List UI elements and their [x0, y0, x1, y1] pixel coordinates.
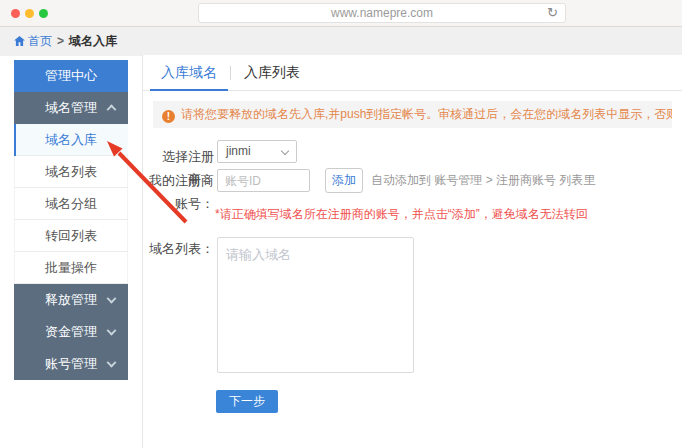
minimize-window-icon[interactable]: [25, 9, 34, 18]
notice-banner: !请将您要释放的域名先入库,并push到指定帐号。审核通过后，会在您的域名列表中…: [153, 101, 672, 128]
chevron-down-icon: [281, 147, 289, 155]
tab-inbound-list[interactable]: 入库列表: [233, 55, 311, 91]
breadcrumb-separator: >: [57, 34, 64, 48]
chevron-down-icon: [107, 294, 117, 304]
sidebar-item-transfer-back-list[interactable]: 转回列表: [14, 220, 128, 252]
add-button[interactable]: 添加: [325, 168, 363, 193]
chevron-up-icon: [107, 104, 117, 114]
notice-text: 请将您要释放的域名先入库,并push到指定帐号。审核通过后，会在您的域名列表中显…: [181, 107, 672, 121]
sidebar-item-release-management[interactable]: 释放管理: [14, 284, 128, 316]
browser-chrome: www.namepre.com ↻: [0, 0, 682, 27]
sidebar-item-domain-management[interactable]: 域名管理: [14, 92, 128, 124]
registrar-select-value: jinmi: [226, 144, 251, 158]
domain-list-label: 域名列表：: [143, 240, 214, 258]
registrar-select[interactable]: jinmi: [217, 140, 297, 163]
zoom-window-icon[interactable]: [39, 9, 48, 18]
sidebar: 管理中心 域名管理 域名入库 域名列表 域名分组 转回列表 批量操作 释放管理 …: [14, 60, 128, 380]
next-step-button[interactable]: 下一步: [216, 390, 278, 413]
warning-circle-icon: !: [162, 110, 175, 123]
sidebar-item-fund-management[interactable]: 资金管理: [14, 316, 128, 348]
sidebar-item-account-management[interactable]: 账号管理: [14, 348, 128, 380]
breadcrumb-home-link[interactable]: 首页: [14, 34, 52, 48]
chevron-down-icon: [107, 326, 117, 336]
chevron-down-icon: [107, 358, 117, 368]
tab-divider: [230, 66, 231, 80]
window-controls: [11, 9, 48, 18]
main-panel: 入库域名 入库列表 !请将您要释放的域名先入库,并push到指定帐号。审核通过后…: [142, 55, 682, 448]
breadcrumb-current: 域名入库: [69, 34, 117, 48]
address-bar[interactable]: www.namepre.com ↻: [198, 3, 566, 23]
domain-list-textarea[interactable]: [217, 237, 414, 373]
tab-inbound-domains[interactable]: 入库域名: [150, 55, 228, 91]
sidebar-item-batch-operations[interactable]: 批量操作: [14, 252, 128, 284]
close-window-icon[interactable]: [11, 9, 20, 18]
app-window: www.namepre.com ↻ 首页>域名入库 管理中心 域名管理 域名入库…: [0, 0, 682, 448]
add-hint-text: 自动添加到 账号管理 > 注册商账号 列表里: [371, 168, 595, 193]
sidebar-item-domain-list[interactable]: 域名列表: [14, 156, 128, 188]
url-text: www.namepre.com: [199, 4, 565, 22]
reload-icon[interactable]: ↻: [547, 4, 558, 22]
tab-bar: 入库域名 入库列表: [143, 55, 682, 91]
registrar-account-input[interactable]: [217, 169, 310, 192]
sidebar-item-domain-inbound[interactable]: 域名入库: [14, 124, 128, 156]
warning-text: *请正确填写域名所在注册商的账号，并点击“添加”，避免域名无法转回: [215, 206, 588, 223]
sidebar-item-domain-groups[interactable]: 域名分组: [14, 188, 128, 220]
breadcrumb: 首页>域名入库: [0, 27, 682, 56]
sidebar-item-management-center[interactable]: 管理中心: [14, 60, 128, 92]
home-icon: [14, 36, 25, 46]
registrar-account-label: 我的注册商账号：: [143, 169, 214, 215]
